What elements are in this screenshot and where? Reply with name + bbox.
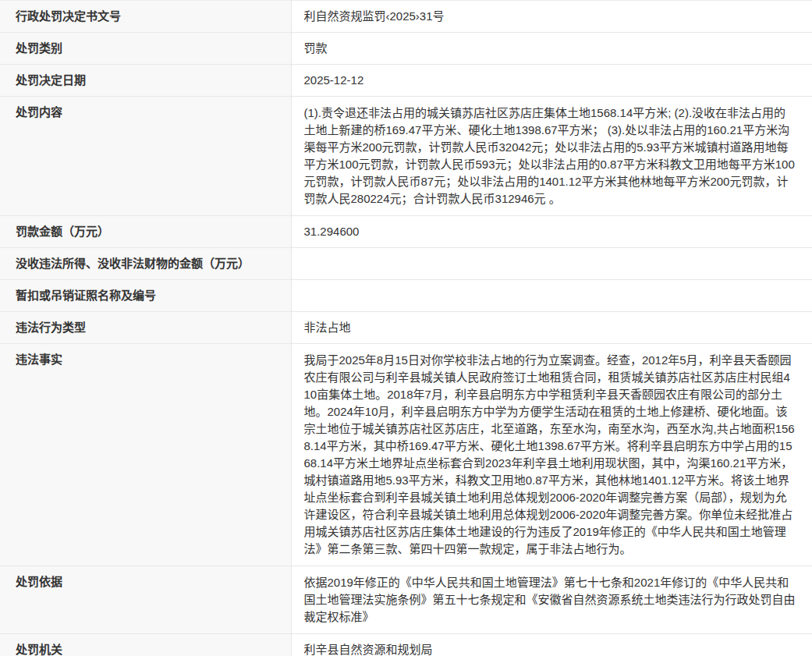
row-value-penalty-authority: 利辛县自然资源和规划局 [291, 634, 812, 656]
row-label-penalty-content: 处罚内容 [0, 97, 291, 216]
row-value-document-number: 利自然资规监罚‹2025›31号 [291, 1, 812, 33]
row-value-violation-facts: 我局于2025年8月15日对你学校非法占地的行为立案调查。经查，2012年5月，… [291, 344, 812, 566]
row-label-violation-type: 违法行为类型 [0, 312, 291, 344]
row-value-violation-type: 非法占地 [291, 312, 812, 344]
row-label-confiscation-amount: 没收违法所得、没收非法财物的金额（万元） [0, 248, 291, 280]
row-value-license-suspension [291, 280, 812, 312]
table-row: 违法事实 我局于2025年8月15日对你学校非法占地的行为立案调查。经查，201… [0, 344, 812, 566]
row-value-confiscation-amount [291, 248, 812, 280]
row-value-penalty-basis: 依据2019年修正的《中华人民共和国土地管理法》第七十七条和2021年修订的《中… [291, 566, 812, 634]
row-label-penalty-basis: 处罚依据 [0, 566, 291, 634]
row-value-penalty-content: (1).责令退还非法占用的城关镇苏店社区苏店庄集体土地1568.14平方米; (… [291, 97, 812, 216]
table-row: 暂扣或吊销证照名称及编号 [0, 280, 812, 312]
row-label-violation-facts: 违法事实 [0, 344, 291, 566]
row-label-license-suspension: 暂扣或吊销证照名称及编号 [0, 280, 291, 312]
table-row: 处罚类别 罚款 [0, 33, 812, 65]
row-label-penalty-authority: 处罚机关 [0, 634, 291, 656]
row-label-fine-amount: 罚款金额（万元） [0, 216, 291, 248]
table-row: 处罚依据 依据2019年修正的《中华人民共和国土地管理法》第七十七条和2021年… [0, 566, 812, 634]
table-row: 处罚决定日期 2025-12-12 [0, 65, 812, 97]
row-label-document-number: 行政处罚决定书文号 [0, 1, 291, 33]
penalty-info-table: 行政处罚决定书文号 利自然资规监罚‹2025›31号 处罚类别 罚款 处罚决定日… [0, 0, 812, 656]
table-row: 违法行为类型 非法占地 [0, 312, 812, 344]
table-row: 行政处罚决定书文号 利自然资规监罚‹2025›31号 [0, 1, 812, 33]
row-value-fine-amount: 31.294600 [291, 216, 812, 248]
table-row: 罚款金额（万元） 31.294600 [0, 216, 812, 248]
row-label-penalty-category: 处罚类别 [0, 33, 291, 65]
table-row: 处罚内容 (1).责令退还非法占用的城关镇苏店社区苏店庄集体土地1568.14平… [0, 97, 812, 216]
row-value-penalty-category: 罚款 [291, 33, 812, 65]
table-row: 处罚机关 利辛县自然资源和规划局 [0, 634, 812, 656]
row-label-decision-date: 处罚决定日期 [0, 65, 291, 97]
table-row: 没收违法所得、没收非法财物的金额（万元） [0, 248, 812, 280]
row-value-decision-date: 2025-12-12 [291, 65, 812, 97]
